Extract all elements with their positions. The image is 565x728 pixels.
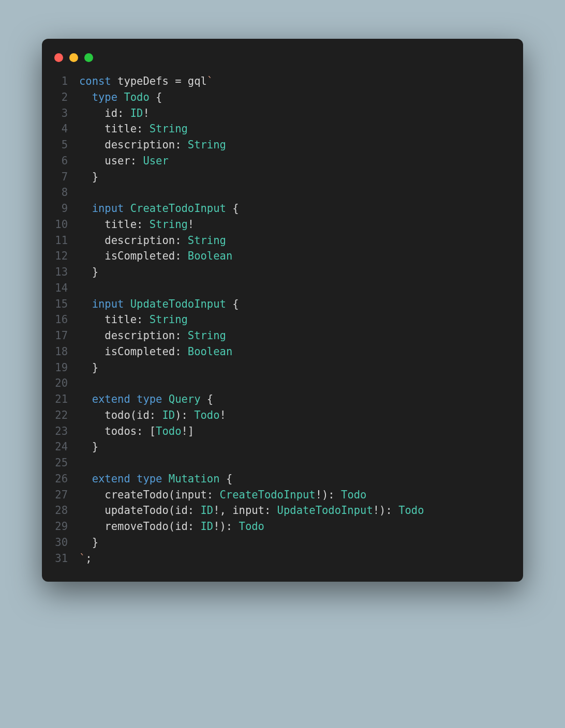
line-content: `; (79, 551, 92, 567)
close-icon[interactable] (54, 53, 63, 62)
line-number: 13 (42, 264, 79, 280)
line-number: 27 (42, 487, 79, 503)
code-line: 15 input UpdateTodoInput { (42, 296, 523, 312)
line-content: input UpdateTodoInput { (79, 296, 239, 312)
line-number: 9 (42, 201, 79, 217)
line-number: 10 (42, 217, 79, 233)
code-line: 31`; (42, 551, 523, 567)
code-line: 11 description: String (42, 233, 523, 249)
code-line: 21 extend type Query { (42, 391, 523, 407)
line-number: 4 (42, 121, 79, 137)
code-line: 30 } (42, 535, 523, 551)
line-content (79, 280, 85, 296)
code-line: 6 user: User (42, 153, 523, 169)
line-content: removeTodo(id: ID!): Todo (79, 519, 264, 535)
code-line: 2 type Todo { (42, 89, 523, 105)
line-content: } (79, 360, 98, 376)
line-number: 29 (42, 519, 79, 535)
code-line: 20 (42, 375, 523, 391)
line-number: 26 (42, 471, 79, 487)
code-line: 22 todo(id: ID): Todo! (42, 407, 523, 423)
code-line: 24 } (42, 439, 523, 455)
editor-window: 1const typeDefs = gql`2 type Todo {3 id:… (42, 39, 523, 582)
code-line: 1const typeDefs = gql` (42, 73, 523, 89)
line-content: isCompleted: Boolean (79, 248, 232, 264)
code-line: 18 isCompleted: Boolean (42, 344, 523, 360)
line-content: } (79, 439, 98, 455)
code-line: 10 title: String! (42, 217, 523, 233)
line-content: const typeDefs = gql` (79, 73, 213, 89)
code-line: 19 } (42, 360, 523, 376)
line-content: title: String (79, 312, 188, 328)
code-line: 28 updateTodo(id: ID!, input: UpdateTodo… (42, 503, 523, 519)
line-content: input CreateTodoInput { (79, 201, 239, 217)
line-number: 24 (42, 439, 79, 455)
line-number: 19 (42, 360, 79, 376)
line-number: 17 (42, 328, 79, 344)
zoom-icon[interactable] (84, 53, 93, 62)
line-content: description: String (79, 233, 226, 249)
line-content (79, 185, 85, 201)
line-content (79, 455, 85, 471)
code-line: 14 (42, 280, 523, 296)
line-number: 20 (42, 375, 79, 391)
code-line: 25 (42, 455, 523, 471)
line-number: 18 (42, 344, 79, 360)
line-content: } (79, 264, 98, 280)
code-line: 29 removeTodo(id: ID!): Todo (42, 519, 523, 535)
code-line: 9 input CreateTodoInput { (42, 201, 523, 217)
line-number: 14 (42, 280, 79, 296)
line-number: 7 (42, 169, 79, 185)
line-content: todos: [Todo!] (79, 423, 194, 439)
line-content: description: String (79, 328, 226, 344)
code-line: 4 title: String (42, 121, 523, 137)
line-content: extend type Query { (79, 391, 213, 407)
line-content: createTodo(input: CreateTodoInput!): Tod… (79, 487, 366, 503)
code-line: 27 createTodo(input: CreateTodoInput!): … (42, 487, 523, 503)
code-line: 5 description: String (42, 137, 523, 153)
minimize-icon[interactable] (69, 53, 78, 62)
code-line: 12 isCompleted: Boolean (42, 248, 523, 264)
line-content: description: String (79, 137, 226, 153)
line-content: } (79, 535, 98, 551)
line-number: 16 (42, 312, 79, 328)
line-number: 3 (42, 105, 79, 122)
line-content: updateTodo(id: ID!, input: UpdateTodoInp… (79, 503, 424, 519)
line-number: 5 (42, 137, 79, 153)
code-line: 23 todos: [Todo!] (42, 423, 523, 439)
line-content: todo(id: ID): Todo! (79, 407, 226, 423)
line-number: 12 (42, 248, 79, 264)
line-content: type Todo { (79, 89, 162, 105)
code-line: 17 description: String (42, 328, 523, 344)
line-number: 30 (42, 535, 79, 551)
line-number: 2 (42, 89, 79, 105)
code-line: 3 id: ID! (42, 105, 523, 122)
line-content: extend type Mutation { (79, 471, 232, 487)
code-line: 13 } (42, 264, 523, 280)
code-line: 26 extend type Mutation { (42, 471, 523, 487)
line-content: } (79, 169, 98, 185)
line-content: title: String! (79, 217, 194, 233)
code-line: 7 } (42, 169, 523, 185)
window-titlebar (42, 51, 523, 73)
line-content: title: String (79, 121, 188, 137)
line-number: 1 (42, 73, 79, 89)
line-content: id: ID! (79, 105, 150, 122)
line-content: user: User (79, 153, 169, 169)
line-content: isCompleted: Boolean (79, 344, 232, 360)
line-number: 28 (42, 503, 79, 519)
line-number: 21 (42, 391, 79, 407)
line-number: 31 (42, 551, 79, 567)
line-number: 8 (42, 185, 79, 201)
line-number: 15 (42, 296, 79, 312)
line-number: 23 (42, 423, 79, 439)
line-number: 25 (42, 455, 79, 471)
code-area: 1const typeDefs = gql`2 type Todo {3 id:… (42, 73, 523, 566)
line-number: 6 (42, 153, 79, 169)
code-line: 16 title: String (42, 312, 523, 328)
line-number: 22 (42, 407, 79, 423)
line-number: 11 (42, 233, 79, 249)
code-line: 8 (42, 185, 523, 201)
line-content (79, 375, 85, 391)
